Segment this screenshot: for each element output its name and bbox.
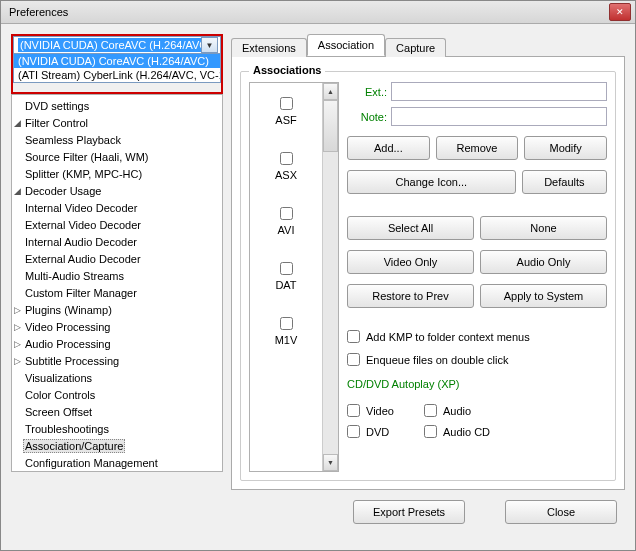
tree-item[interactable]: ▷Subtitle Processing [12, 352, 222, 369]
tree-toggle-icon[interactable]: ◢ [12, 118, 23, 128]
decoder-option-1[interactable]: (ATI Stream) CyberLink (H.264/AVC, VC-1, [14, 68, 220, 82]
tree-item[interactable]: Internal Audio Decoder [12, 233, 222, 250]
context-menu-label: Add KMP to folder context menus [366, 331, 530, 343]
assoc-item[interactable]: AVI [254, 201, 318, 256]
tree-item[interactable]: ▷Video Processing [12, 318, 222, 335]
decoder-combo[interactable]: (NVIDIA CUDA) CoreAVC (H.264/AVC) ▼ [13, 36, 221, 54]
tree-toggle-icon[interactable]: ▷ [12, 356, 23, 366]
assoc-item-checkbox[interactable] [280, 97, 293, 110]
close-button[interactable]: Close [505, 500, 617, 524]
tree-item-label: Subtitle Processing [23, 355, 121, 367]
decoder-combo-highlight: (NVIDIA CUDA) CoreAVC (H.264/AVC) ▼ (NVI… [11, 34, 223, 94]
tree-item[interactable]: Custom Filter Manager [12, 284, 222, 301]
decoder-option-0[interactable]: (NVIDIA CUDA) CoreAVC (H.264/AVC) [14, 54, 220, 68]
tree-item[interactable]: Visualizations [12, 369, 222, 386]
audio-only-button[interactable]: Audio Only [480, 250, 607, 274]
tree-item-label: External Video Decoder [23, 219, 143, 231]
assoc-item-checkbox[interactable] [280, 152, 293, 165]
tree-toggle-icon[interactable]: ▷ [12, 339, 23, 349]
tree-item-label: Custom Filter Manager [23, 287, 139, 299]
context-menu-checkbox[interactable] [347, 330, 360, 343]
tree-item[interactable]: External Audio Decoder [12, 250, 222, 267]
enqueue-checkbox[interactable] [347, 353, 360, 366]
tree-item[interactable]: Source Filter (Haali, WM) [12, 148, 222, 165]
preferences-tree[interactable]: DVD settings◢Filter ControlSeamless Play… [11, 94, 223, 472]
tree-item[interactable]: ◢Decoder Usage [12, 182, 222, 199]
add-button[interactable]: Add... [347, 136, 430, 160]
autoplay-dvd-checkbox[interactable] [347, 425, 360, 438]
tree-item-label: Decoder Usage [23, 185, 103, 197]
tree-item[interactable]: Troubleshootings [12, 420, 222, 437]
assoc-item-checkbox[interactable] [280, 317, 293, 330]
tab-capture[interactable]: Capture [385, 38, 446, 57]
defaults-button[interactable]: Defaults [522, 170, 607, 194]
export-presets-button[interactable]: Export Presets [353, 500, 465, 524]
tree-item-label: Audio Processing [23, 338, 113, 350]
autoplay-section-label: CD/DVD Autoplay (XP) [347, 378, 607, 390]
apply-button[interactable]: Apply to System [480, 284, 607, 308]
assoc-item-label: M1V [254, 334, 318, 346]
tree-toggle-icon[interactable]: ◢ [12, 186, 23, 196]
scroll-down-icon[interactable]: ▼ [323, 454, 338, 471]
autoplay-video-checkbox[interactable] [347, 404, 360, 417]
scroll-thumb[interactable] [323, 100, 338, 152]
scroll-up-icon[interactable]: ▲ [323, 83, 338, 100]
tree-toggle-icon[interactable]: ▷ [12, 322, 23, 332]
assoc-item[interactable]: M1V [254, 311, 318, 366]
associations-list[interactable]: ASFASXAVIDATM1V ▲ ▼ [249, 82, 339, 472]
select-all-button[interactable]: Select All [347, 216, 474, 240]
note-field[interactable] [391, 107, 607, 126]
tree-item[interactable]: Internal Video Decoder [12, 199, 222, 216]
none-button[interactable]: None [480, 216, 607, 240]
tree-item-label: Internal Video Decoder [23, 202, 139, 214]
ext-field[interactable] [391, 82, 607, 101]
associations-group-title: Associations [249, 64, 325, 76]
tree-toggle-icon[interactable]: ▷ [12, 305, 23, 315]
tree-item-label: DVD settings [23, 100, 91, 112]
video-only-button[interactable]: Video Only [347, 250, 474, 274]
tree-item[interactable]: DVD settings [12, 97, 222, 114]
tree-item[interactable]: Color Controls [12, 386, 222, 403]
scrollbar[interactable]: ▲ ▼ [322, 83, 338, 471]
tree-item[interactable]: Seamless Playback [12, 131, 222, 148]
chevron-down-icon: ▼ [201, 37, 218, 53]
window-title: Preferences [5, 6, 609, 18]
tree-item[interactable]: Screen Offset [12, 403, 222, 420]
assoc-item-label: DAT [254, 279, 318, 291]
assoc-item[interactable]: ASF [254, 91, 318, 146]
autoplay-audiocd-checkbox[interactable] [424, 425, 437, 438]
tree-item-label: Source Filter (Haali, WM) [23, 151, 150, 163]
tree-item-label: Internal Audio Decoder [23, 236, 139, 248]
assoc-item-checkbox[interactable] [280, 207, 293, 220]
tab-association[interactable]: Association [307, 34, 385, 56]
assoc-item[interactable]: ASX [254, 146, 318, 201]
remove-button[interactable]: Remove [436, 136, 519, 160]
restore-button[interactable]: Restore to Prev [347, 284, 474, 308]
modify-button[interactable]: Modify [524, 136, 607, 160]
tree-item-label: Color Controls [23, 389, 97, 401]
tree-item-label: Screen Offset [23, 406, 94, 418]
autoplay-audio-label: Audio [443, 405, 471, 417]
tab-extensions[interactable]: Extensions [231, 38, 307, 57]
tree-item-label: Filter Control [23, 117, 90, 129]
assoc-item-checkbox[interactable] [280, 262, 293, 275]
autoplay-audiocd-label: Audio CD [443, 426, 490, 438]
tree-item-label: Seamless Playback [23, 134, 123, 146]
tree-item[interactable]: Multi-Audio Streams [12, 267, 222, 284]
assoc-item[interactable]: DAT [254, 256, 318, 311]
tree-item-label: Troubleshootings [23, 423, 111, 435]
tree-item-label: Visualizations [23, 372, 94, 384]
tree-item[interactable]: Splitter (KMP, MPC-HC) [12, 165, 222, 182]
tree-item[interactable]: ▷Audio Processing [12, 335, 222, 352]
tree-item-label: Multi-Audio Streams [23, 270, 126, 282]
tree-item[interactable]: Configuration Management [12, 454, 222, 471]
tree-item-label: External Audio Decoder [23, 253, 143, 265]
autoplay-audio-checkbox[interactable] [424, 404, 437, 417]
change-icon-button[interactable]: Change Icon... [347, 170, 516, 194]
enqueue-label: Enqueue files on double click [366, 354, 508, 366]
window-close-button[interactable]: ✕ [609, 3, 631, 21]
tree-item[interactable]: ▷Plugins (Winamp) [12, 301, 222, 318]
tree-item[interactable]: External Video Decoder [12, 216, 222, 233]
tree-item[interactable]: ◢Filter Control [12, 114, 222, 131]
tree-item[interactable]: Association/Capture [12, 437, 222, 454]
